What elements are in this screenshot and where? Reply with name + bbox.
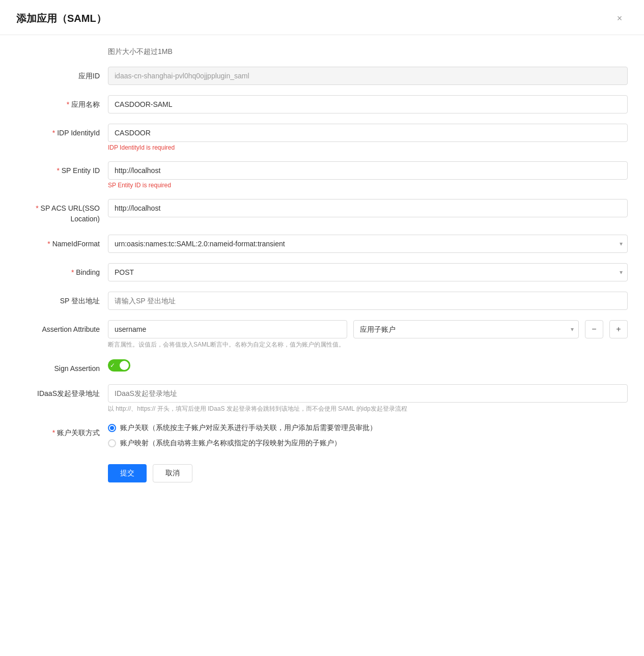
- nameid-format-content: urn:oasis:names:tc:SAML:2.0:nameid-forma…: [108, 235, 628, 253]
- assertion-attribute-hint: 断言属性。设值后，会将值放入SAML断言中。名称为自定义名称，值为账户的属性值。: [108, 340, 628, 349]
- idaas-login-url-row: IDaaS发起登录地址 以 http://、https:// 开头，填写后使用 …: [16, 384, 628, 413]
- assertion-attribute-content: 应用子账户 ▾ − + 断言属性。设值后，会将值放入SAML断言中。名称为自定义…: [108, 320, 628, 349]
- app-id-row: 应用ID: [16, 67, 628, 85]
- assertion-attribute-label: Assertion Attribute: [16, 320, 108, 335]
- sp-acs-url-content: [108, 199, 628, 217]
- binding-select[interactable]: POST: [108, 263, 628, 281]
- modal-header: 添加应用（SAML） ×: [0, 0, 644, 35]
- sp-entity-id-label: SP Entity ID: [16, 161, 108, 176]
- sp-acs-url-row: SP ACS URL(SSO Location): [16, 199, 628, 224]
- account-association-row: 账户关联方式 账户关联（系统按主子账户对应关系进行手动关联，用户添加后需要管理员…: [16, 423, 628, 448]
- sp-entity-id-input[interactable]: [108, 161, 628, 180]
- submit-button[interactable]: 提交: [108, 464, 147, 482]
- assertion-attribute-minus-button[interactable]: −: [585, 320, 603, 338]
- toggle-knob: [120, 361, 129, 370]
- idp-identity-id-content: IDP IdentityId is required: [108, 124, 628, 151]
- modal-container: 添加应用（SAML） × 图片大小不超过1MB 应用ID 应用名称 IDP Id…: [0, 0, 644, 656]
- app-name-input[interactable]: [108, 95, 628, 113]
- account-association-radio-group: 账户关联（系统按主子账户对应关系进行手动关联，用户添加后需要管理员审批） 账户映…: [108, 423, 628, 448]
- app-name-row: 应用名称: [16, 95, 628, 113]
- nameid-format-select-wrapper: urn:oasis:names:tc:SAML:2.0:nameid-forma…: [108, 235, 628, 253]
- sign-assertion-toggle-wrapper: ✓: [108, 359, 628, 372]
- idp-identity-id-error: IDP IdentityId is required: [108, 144, 628, 151]
- sp-entity-id-content: SP Entity ID is required: [108, 161, 628, 189]
- account-association-manual-label: 账户关联（系统按主子账户对应关系进行手动关联，用户添加后需要管理员审批）: [120, 423, 377, 433]
- idp-identity-id-input[interactable]: [108, 124, 628, 142]
- radio-dot-manual: [110, 426, 114, 430]
- idaas-login-url-hint: 以 http://、https:// 开头，填写后使用 IDaaS 发起登录将会…: [108, 405, 628, 413]
- sp-logout-url-content: [108, 292, 628, 310]
- app-id-content: [108, 67, 628, 85]
- app-name-label: 应用名称: [16, 95, 108, 110]
- account-association-label: 账户关联方式: [16, 423, 108, 438]
- sign-assertion-label: Sign Assertion: [16, 359, 108, 374]
- sp-acs-url-label: SP ACS URL(SSO Location): [16, 199, 108, 224]
- sign-assertion-content: ✓: [108, 359, 628, 372]
- binding-label: Binding: [16, 263, 108, 278]
- account-association-manual-radio: [108, 424, 116, 432]
- account-association-mapping-radio: [108, 439, 116, 447]
- nameid-format-row: NameIdFormat urn:oasis:names:tc:SAML:2.0…: [16, 235, 628, 253]
- nameid-format-label: NameIdFormat: [16, 235, 108, 249]
- idp-identity-id-row: IDP IdentityId IDP IdentityId is require…: [16, 124, 628, 151]
- sign-assertion-toggle[interactable]: ✓: [108, 359, 130, 372]
- assertion-attribute-controls: 应用子账户 ▾ − +: [108, 320, 628, 338]
- account-association-content: 账户关联（系统按主子账户对应关系进行手动关联，用户添加后需要管理员审批） 账户映…: [108, 423, 628, 448]
- assertion-attribute-select-wrapper: 应用子账户 ▾: [353, 320, 579, 338]
- assertion-attribute-plus-button[interactable]: +: [609, 320, 628, 338]
- sign-assertion-row: Sign Assertion ✓: [16, 359, 628, 374]
- modal-title: 添加应用（SAML）: [16, 12, 106, 25]
- sp-logout-url-row: SP 登出地址: [16, 292, 628, 310]
- account-association-mapping-option[interactable]: 账户映射（系统自动将主账户名称或指定的字段映射为应用的子账户）: [108, 439, 628, 448]
- cancel-button[interactable]: 取消: [153, 464, 192, 482]
- modal-body: 图片大小不超过1MB 应用ID 应用名称 IDP IdentityId IDP …: [0, 35, 644, 503]
- sp-entity-id-error: SP Entity ID is required: [108, 182, 628, 189]
- binding-row: Binding POST ▾: [16, 263, 628, 281]
- sp-logout-url-label: SP 登出地址: [16, 292, 108, 306]
- app-id-label: 应用ID: [16, 67, 108, 81]
- footer-buttons: 提交 取消: [16, 464, 628, 482]
- binding-content: POST ▾: [108, 263, 628, 281]
- sp-logout-url-input[interactable]: [108, 292, 628, 310]
- binding-select-wrapper: POST ▾: [108, 263, 628, 281]
- app-id-input: [108, 67, 628, 85]
- account-association-mapping-label: 账户映射（系统自动将主账户名称或指定的字段映射为应用的子账户）: [120, 439, 341, 448]
- assertion-attribute-row: Assertion Attribute 应用子账户 ▾ − + 断言属性。设值后…: [16, 320, 628, 349]
- toggle-check-icon: ✓: [110, 362, 115, 369]
- app-name-content: [108, 95, 628, 113]
- assertion-attribute-select[interactable]: 应用子账户: [353, 320, 579, 338]
- idaas-login-url-label: IDaaS发起登录地址: [16, 384, 108, 399]
- account-association-manual-option[interactable]: 账户关联（系统按主子账户对应关系进行手动关联，用户添加后需要管理员审批）: [108, 423, 628, 433]
- sp-acs-url-input[interactable]: [108, 199, 628, 217]
- idaas-login-url-input[interactable]: [108, 384, 628, 403]
- idaas-login-url-content: 以 http://、https:// 开头，填写后使用 IDaaS 发起登录将会…: [108, 384, 628, 413]
- assertion-attribute-name-input[interactable]: [108, 320, 347, 338]
- nameid-format-select[interactable]: urn:oasis:names:tc:SAML:2.0:nameid-forma…: [108, 235, 628, 253]
- close-button[interactable]: ×: [611, 10, 628, 26]
- idp-identity-id-label: IDP IdentityId: [16, 124, 108, 138]
- sp-entity-id-row: SP Entity ID SP Entity ID is required: [16, 161, 628, 189]
- image-size-hint: 图片大小不超过1MB: [16, 47, 628, 56]
